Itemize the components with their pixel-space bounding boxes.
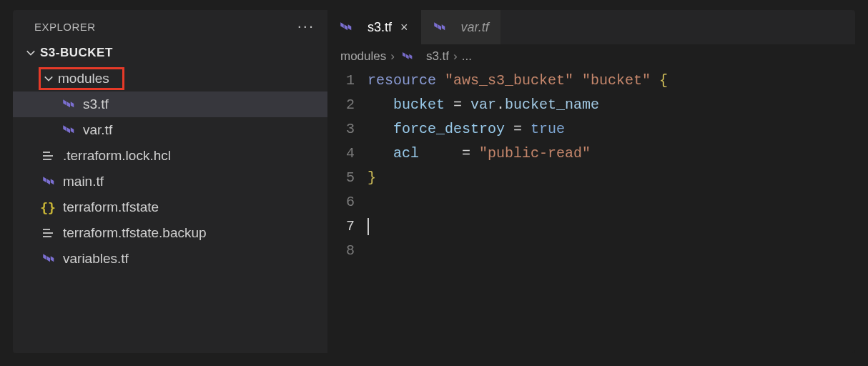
line-number: 1 — [327, 69, 355, 93]
file-terraform-tfstate[interactable]: {}terraform.tfstate — [13, 194, 327, 220]
chevron-down-icon — [26, 48, 36, 58]
more-actions-icon[interactable]: ··· — [295, 19, 317, 34]
breadcrumb-part[interactable]: s3.tf — [426, 49, 449, 64]
file-label: s3.tf — [83, 97, 109, 112]
explorer-title: EXPLORER — [34, 21, 96, 33]
terraform-icon — [60, 97, 76, 112]
project-root[interactable]: S3-BUCKET — [13, 41, 327, 64]
text-cursor — [368, 218, 369, 235]
line-number: 5 — [327, 166, 355, 190]
chevron-right-icon: › — [453, 49, 458, 64]
file-tree: modules s3.tfvar.tf.terraform.lock.hclma… — [13, 66, 327, 272]
folder-highlight: modules — [39, 67, 124, 90]
line-number: 3 — [327, 117, 355, 142]
breadcrumb-part[interactable]: ... — [462, 49, 472, 64]
code-lines[interactable]: resource "aws_s3_bucket" "bucket" { buck… — [368, 69, 855, 353]
breadcrumb[interactable]: modules › s3.tf › ... — [327, 44, 855, 67]
tab-var-tf[interactable]: var.tf — [421, 10, 500, 44]
chevron-right-icon: › — [390, 49, 395, 64]
line-number: 4 — [327, 142, 355, 166]
line-number: 6 — [327, 190, 355, 214]
file-label: .terraform.lock.hcl — [63, 148, 171, 164]
list-icon — [40, 225, 56, 241]
editor-area: s3.tf×var.tf modules › s3.tf › ... 12345… — [327, 10, 855, 353]
terraform-icon — [399, 49, 415, 64]
terraform-icon — [40, 251, 56, 267]
terraform-icon — [60, 122, 76, 138]
line-number-gutter: 12345678 — [327, 69, 368, 353]
list-icon — [40, 148, 56, 164]
terraform-icon — [337, 19, 353, 35]
tab-s3-tf[interactable]: s3.tf× — [327, 10, 421, 44]
folder-modules[interactable]: modules — [13, 66, 327, 92]
file-label: var.tf — [83, 122, 112, 138]
terraform-icon — [40, 174, 56, 189]
terraform-icon — [431, 19, 447, 35]
file-main-tf[interactable]: main.tf — [13, 169, 327, 194]
tab-label: var.tf — [461, 20, 489, 35]
line-number: 7 — [327, 214, 355, 239]
file-label: main.tf — [63, 174, 104, 189]
folder-label: modules — [58, 71, 109, 86]
file--terraform-lock-hcl[interactable]: .terraform.lock.hcl — [13, 143, 327, 169]
json-icon: {} — [40, 199, 56, 215]
tab-bar: s3.tf×var.tf — [327, 10, 855, 44]
file-label: variables.tf — [63, 251, 129, 267]
code-editor[interactable]: 12345678 resource "aws_s3_bucket" "bucke… — [327, 67, 855, 353]
file-s3-tf[interactable]: s3.tf — [13, 92, 327, 117]
tab-label: s3.tf — [368, 20, 392, 35]
line-number: 2 — [327, 93, 355, 117]
breadcrumb-part[interactable]: modules — [340, 49, 386, 64]
file-label: terraform.tfstate — [63, 199, 159, 215]
line-number: 8 — [327, 239, 355, 263]
file-label: terraform.tfstate.backup — [63, 225, 207, 241]
file-variables-tf[interactable]: variables.tf — [13, 246, 327, 272]
file-var-tf[interactable]: var.tf — [13, 117, 327, 143]
project-root-label: S3-BUCKET — [40, 46, 113, 60]
explorer-sidebar: EXPLORER ··· S3-BUCKET modules s3.tfvar.… — [13, 10, 327, 353]
close-icon[interactable]: × — [399, 21, 410, 34]
chevron-down-icon — [44, 74, 54, 84]
file-terraform-tfstate-backup[interactable]: terraform.tfstate.backup — [13, 220, 327, 246]
